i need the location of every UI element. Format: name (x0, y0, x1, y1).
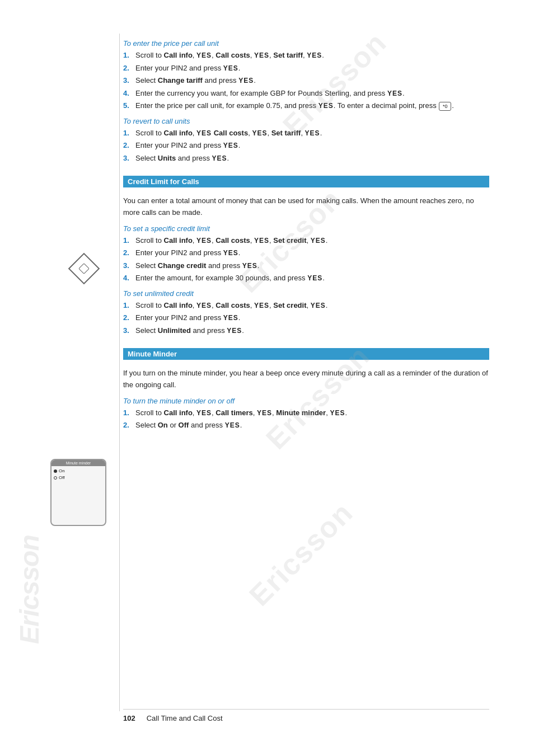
diamond-icon-area (73, 257, 95, 280)
minute-minder-description: If you turn on the minute minder, you he… (123, 368, 489, 391)
list-text-r2: Enter your PIN2 and press YES. (135, 140, 489, 151)
list-text-r1: Scroll to Call info, YES Call costs, YES… (135, 128, 489, 139)
content-border-line (119, 34, 120, 711)
phone-screen-row-2: Off (54, 475, 103, 481)
minder-on-off-list: 1. Scroll to Call info, YES, Call timers… (123, 407, 489, 431)
phone-device-area: Minute minder On Off (50, 459, 106, 526)
list-item: 1. Scroll to Call info, YES, Call timers… (123, 407, 489, 419)
list-item: 2. Enter your PIN2 and press YES. (123, 63, 489, 74)
list-item: 1. Scroll to Call info, YES, Call costs,… (123, 235, 489, 246)
diamond-shape (68, 253, 100, 285)
credit-limit-section-header: Credit Limit for Calls (123, 176, 489, 187)
list-item: 1. Scroll to Call info, YES Call costs, … (123, 128, 489, 139)
list-num-sc2: 2. (123, 247, 135, 259)
list-item: 3. Select Change tariff and press YES. (123, 75, 489, 86)
list-num-uc3: 3. (123, 325, 135, 336)
list-item: 3. Select Unlimited and press YES. (123, 325, 489, 336)
left-panel: Minute minder On Off Ericsson (28, 0, 118, 756)
credit-limit-description: You can enter a total amount of money th… (123, 195, 489, 219)
ericsson-side-watermark: Ericsson (14, 535, 45, 644)
list-text-4: Enter the currency you want, for example… (135, 88, 489, 99)
list-text-uc1: Scroll to Call info, YES, Call costs, YE… (135, 300, 489, 311)
list-item: 2. Enter your PIN2 and press YES. (123, 312, 489, 323)
list-num-uc2: 2. (123, 312, 135, 323)
list-item: 2. Enter your PIN2 and press YES. (123, 140, 489, 151)
page-number: 102 (123, 714, 135, 722)
list-text-5: Enter the price per call unit, for examp… (135, 100, 489, 111)
list-text-sc3: Select Change credit and press YES. (135, 260, 489, 271)
list-text-uc3: Select Unlimited and press YES. (135, 325, 489, 336)
phone-device-header: Minute minder (51, 460, 105, 466)
list-text-sc4: Enter the amount, for example 30 pounds,… (135, 273, 489, 284)
list-text-3: Select Change tariff and press YES. (135, 75, 489, 86)
price-per-unit-header: To enter the price per call unit (123, 39, 489, 48)
list-text-2: Enter your PIN2 and press YES. (135, 63, 489, 74)
list-text-sc2: Enter your PIN2 and press YES. (135, 247, 489, 259)
page-footer: 102 Call Time and Call Cost (123, 709, 489, 722)
list-num-r1: 1. (123, 128, 135, 139)
list-text-r3: Select Units and press YES. (135, 153, 489, 164)
list-num-r3: 3. (123, 153, 135, 164)
page: Ericsson Ericsson Ericsson Ericsson Minu… (0, 0, 534, 756)
revert-call-units-header: To revert to call units (123, 117, 489, 125)
main-content: To enter the price per call unit 1. Scro… (123, 39, 489, 431)
list-num-mo1: 1. (123, 407, 135, 419)
list-item: 2. Enter your PIN2 and press YES. (123, 247, 489, 259)
phone-screen: On Off (51, 466, 105, 483)
list-num-uc1: 1. (123, 300, 135, 311)
price-per-unit-list: 1. Scroll to Call info, YES, Call costs,… (123, 50, 489, 111)
list-item: 1. Scroll to Call info, YES, Call costs,… (123, 300, 489, 311)
minder-on-off-header: To turn the minute minder on or off (123, 397, 489, 405)
list-text-mo2: Select On or Off and press YES. (135, 420, 489, 431)
diamond-inner (78, 263, 90, 274)
unlimited-credit-list: 1. Scroll to Call info, YES, Call costs,… (123, 300, 489, 336)
list-text-uc2: Enter your PIN2 and press YES. (135, 312, 489, 323)
list-num-r2: 2. (123, 140, 135, 151)
specific-credit-list: 1. Scroll to Call info, YES, Call costs,… (123, 235, 489, 284)
list-num-1: 1. (123, 50, 135, 61)
list-item: 1. Scroll to Call info, YES, Call costs,… (123, 50, 489, 61)
list-item: 2. Select On or Off and press YES. (123, 420, 489, 431)
list-item: 4. Enter the currency you want, for exam… (123, 88, 489, 99)
list-item: 3. Select Units and press YES. (123, 153, 489, 164)
phone-row-off-label: Off (59, 475, 65, 481)
watermark-text-4: Ericsson (242, 495, 359, 612)
list-num-mo2: 2. (123, 420, 135, 431)
list-num-5: 5. (123, 100, 135, 111)
unlimited-credit-header: To set unlimited credit (123, 289, 489, 298)
list-num-sc3: 3. (123, 260, 135, 271)
list-item: 3. Select Change credit and press YES. (123, 260, 489, 271)
list-num-3: 3. (123, 75, 135, 86)
list-item: 5. Enter the price per call unit, for ex… (123, 100, 489, 111)
bullet-off (54, 476, 57, 480)
list-item: 4. Enter the amount, for example 30 poun… (123, 273, 489, 284)
list-num-2: 2. (123, 63, 135, 74)
list-num-4: 4. (123, 88, 135, 99)
list-num-sc4: 4. (123, 273, 135, 284)
list-num-sc1: 1. (123, 235, 135, 246)
phone-row-on-label: On (59, 468, 65, 475)
phone-screen-row-1: On (54, 468, 103, 475)
revert-call-units-list: 1. Scroll to Call info, YES Call costs, … (123, 128, 489, 164)
specific-credit-header: To set a specific credit limit (123, 224, 489, 233)
footer-title: Call Time and Call Cost (147, 714, 223, 722)
list-text-mo1: Scroll to Call info, YES, Call timers, Y… (135, 407, 489, 419)
list-text-sc1: Scroll to Call info, YES, Call costs, YE… (135, 235, 489, 246)
minute-minder-section-header: Minute Minder (123, 348, 489, 360)
list-text-1: Scroll to Call info, YES, Call costs, YE… (135, 50, 489, 61)
phone-device: Minute minder On Off (50, 459, 106, 526)
bullet-on (54, 469, 57, 473)
star-zero-symbol: *0 (439, 102, 451, 111)
